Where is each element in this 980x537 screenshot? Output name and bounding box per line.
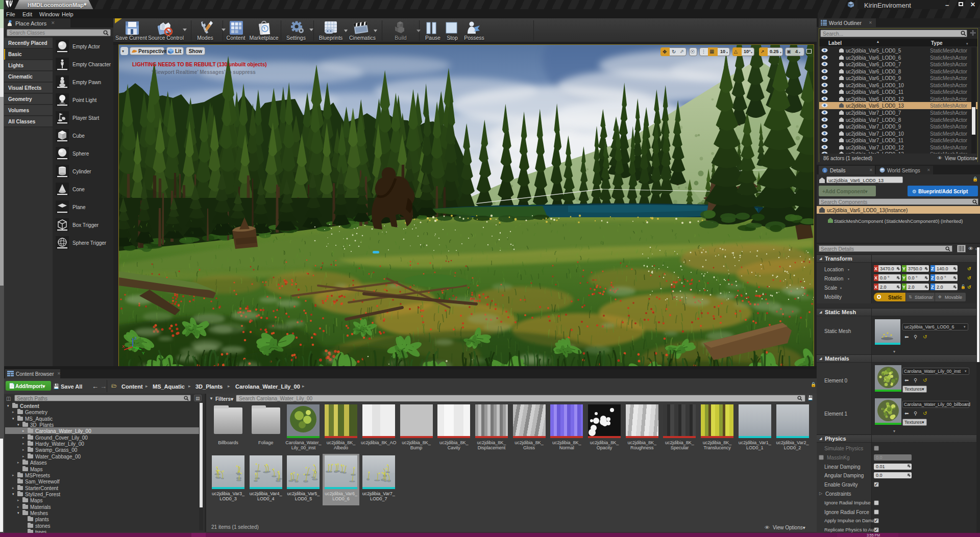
svg-text:Y: Y xyxy=(142,351,145,355)
svg-text:Z: Z xyxy=(134,336,137,341)
svg-text:X: X xyxy=(122,344,125,349)
